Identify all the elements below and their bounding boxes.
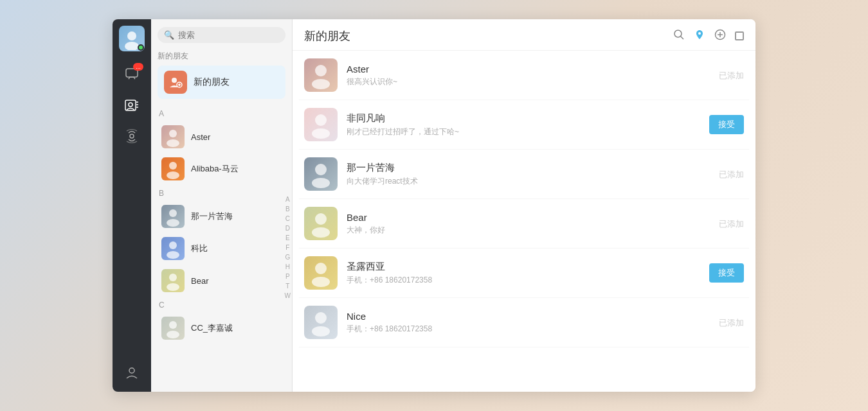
main-panel: 新的朋友: [293, 19, 755, 392]
svg-point-19: [167, 219, 179, 227]
svg-point-25: [167, 331, 179, 338]
contact-item[interactable]: Aster: [158, 121, 285, 153]
contact-group: B那一片苦海科比Bear: [158, 189, 285, 297]
alpha-index-letter[interactable]: D: [285, 224, 290, 232]
new-friends-item[interactable]: 新的朋友: [158, 66, 285, 99]
contact-item[interactable]: 科比: [158, 232, 285, 265]
svg-point-10: [172, 78, 177, 83]
contact-name: Bear: [191, 276, 208, 286]
friend-status: 向大佬学习react技术: [347, 176, 696, 187]
search-input-wrap[interactable]: 🔍: [158, 27, 285, 43]
alpha-index-letter[interactable]: A: [285, 195, 290, 204]
alpha-index-letter[interactable]: E: [285, 234, 290, 242]
contact-group: AAsterAlibaba-马云: [158, 109, 285, 185]
main-header-icons: [673, 29, 744, 44]
alpha-index-letter[interactable]: T: [285, 282, 289, 290]
svg-point-38: [315, 213, 327, 225]
new-friends-section-label: 新的朋友: [158, 51, 285, 62]
friend-avatar: [304, 306, 338, 339]
svg-point-15: [167, 139, 179, 147]
contact-list: AAsterAlibaba-马云B那一片苦海科比BearCCC_李嘉诚ABCDE…: [151, 103, 292, 392]
friend-request-row: 那一片苦海向大佬学习react技术已添加: [299, 150, 749, 199]
friend-action: 已添加: [705, 317, 744, 329]
friend-avatar: [304, 207, 338, 240]
friend-action[interactable]: 接受: [705, 263, 744, 283]
added-label: 已添加: [719, 219, 744, 229]
friend-avatar: [304, 157, 338, 191]
friend-avatar: [304, 108, 338, 141]
svg-point-8: [130, 134, 134, 138]
friend-action: 已添加: [705, 69, 744, 82]
added-label: 已添加: [719, 170, 744, 179]
svg-point-20: [169, 241, 177, 249]
contact-item[interactable]: Alibaba-马云: [158, 153, 285, 185]
friend-list: Aster很高兴认识你~已添加非同凡响刚才已经打过招呼了，通过下哈~接受那一片苦…: [293, 51, 755, 392]
friend-request-row: Aster很高兴认识你~已添加: [299, 51, 749, 100]
alpha-index-letter[interactable]: F: [285, 243, 289, 252]
contact-name: Aster: [191, 132, 210, 142]
alpha-index-letter[interactable]: P: [285, 272, 290, 281]
page-title: 新的朋友: [304, 28, 350, 44]
contact-avatar: [161, 317, 185, 340]
nav-profile-icon[interactable]: [119, 360, 145, 385]
new-friends-label: 新的朋友: [194, 76, 230, 88]
nav-chat-icon[interactable]: ...: [119, 62, 145, 87]
add-friend-icon: [164, 71, 187, 94]
search-icon-header[interactable]: [673, 29, 685, 44]
friend-request-row: 圣露西亚手机：+86 18620172358接受: [299, 249, 749, 298]
friend-info: 那一片苦海向大佬学习react技术: [347, 162, 696, 187]
accept-button[interactable]: 接受: [709, 115, 744, 134]
contact-item[interactable]: 那一片苦海: [158, 200, 285, 232]
friend-request-row: Bear大神，你好已添加: [299, 199, 749, 249]
location-icon-header[interactable]: [694, 29, 705, 44]
user-avatar-container[interactable]: [119, 26, 145, 51]
contact-avatar: [161, 205, 185, 228]
friend-name: 非同凡响: [347, 112, 696, 125]
svg-point-14: [169, 130, 177, 137]
alpha-index-letter[interactable]: C: [285, 214, 290, 223]
alpha-index-letter[interactable]: H: [285, 263, 290, 271]
contact-group-letter: A: [159, 109, 285, 118]
accept-button[interactable]: 接受: [709, 263, 744, 283]
nav-radio-icon[interactable]: [119, 123, 145, 149]
contact-item[interactable]: CC_李嘉诚: [158, 312, 285, 344]
friend-request-row: 非同凡响刚才已经打过招呼了，通过下哈~接受: [299, 100, 749, 150]
friend-name: 圣露西亚: [347, 261, 696, 273]
new-friends-section: 新的朋友 新的朋友: [151, 48, 292, 103]
search-bar: 🔍: [151, 19, 292, 48]
search-input[interactable]: [178, 30, 279, 40]
contact-group-letter: C: [159, 301, 285, 310]
contact-avatar: [161, 237, 185, 260]
friend-name: Bear: [347, 212, 696, 223]
svg-point-36: [315, 164, 327, 175]
friend-status: 手机：+86 18620172358: [347, 324, 696, 335]
svg-point-18: [169, 209, 177, 217]
contact-name: Alibaba-马云: [191, 163, 239, 175]
svg-point-37: [312, 178, 330, 188]
contact-avatar: [161, 269, 185, 292]
contact-item[interactable]: Bear: [158, 265, 285, 297]
svg-point-32: [315, 65, 327, 76]
svg-point-4: [129, 103, 132, 107]
alpha-index-letter[interactable]: G: [285, 253, 290, 261]
svg-point-42: [315, 312, 327, 324]
svg-rect-3: [125, 100, 136, 110]
add-icon-header[interactable]: [714, 29, 726, 44]
alpha-index-letter[interactable]: W: [285, 292, 291, 300]
alpha-index-letter[interactable]: B: [285, 205, 290, 213]
nav-contacts-icon[interactable]: [119, 92, 145, 118]
svg-point-17: [167, 171, 179, 179]
friend-name: Aster: [347, 64, 696, 74]
svg-point-28: [698, 32, 701, 35]
friend-action[interactable]: 接受: [705, 115, 744, 134]
svg-point-35: [312, 128, 330, 139]
svg-line-27: [681, 36, 684, 39]
friend-info: Bear大神，你好: [347, 212, 696, 236]
friend-status: 刚才已经打过招呼了，通过下哈~: [347, 127, 696, 137]
svg-point-26: [674, 30, 682, 37]
svg-point-9: [129, 368, 134, 373]
svg-point-0: [127, 31, 136, 40]
contact-name: 那一片苦海: [191, 211, 233, 222]
contact-name: 科比: [191, 243, 208, 254]
window-square-icon[interactable]: [735, 31, 744, 40]
